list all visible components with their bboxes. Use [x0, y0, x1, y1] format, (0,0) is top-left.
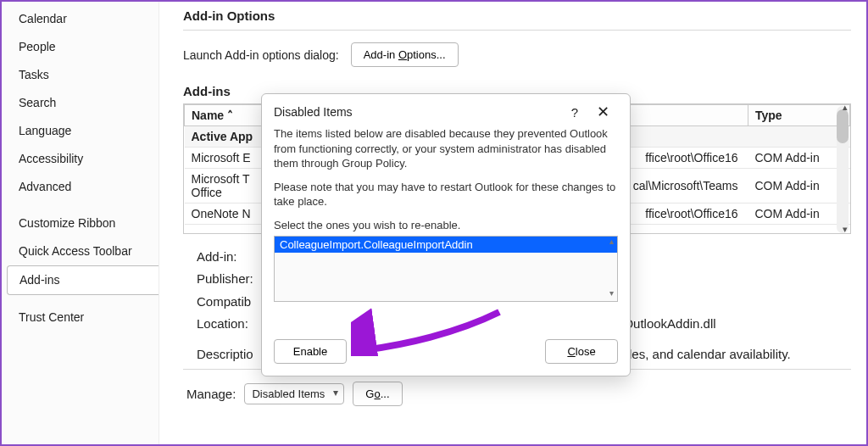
sidebar-item-language[interactable]: Language	[2, 117, 159, 145]
sidebar-item-quick-access-toolbar[interactable]: Quick Access Toolbar	[2, 237, 159, 265]
sidebar: CalendarPeopleTasksSearchLanguageAccessi…	[2, 2, 159, 444]
sidebar-item-add-ins[interactable]: Add-ins	[7, 265, 159, 295]
scrollbar-thumb[interactable]	[837, 109, 849, 143]
page-title: Add-in Options	[183, 8, 851, 23]
location-label: Location:	[197, 316, 248, 331]
disabled-items-dialog: Disabled Items ? ✕ The items listed belo…	[261, 93, 631, 376]
list-scroll-up-icon[interactable]: ▴	[605, 237, 617, 246]
dialog-text-2: Please note that you may have to restart…	[274, 180, 618, 209]
dialog-title: Disabled Items	[274, 105, 562, 119]
sidebar-item-people[interactable]: People	[2, 33, 159, 61]
sidebar-item-calendar[interactable]: Calendar	[2, 5, 159, 33]
list-item[interactable]: ColleagueImport.ColleagueImportAddin	[275, 237, 617, 253]
description-label: Descriptio	[197, 347, 253, 361]
disabled-items-listbox[interactable]: ColleagueImport.ColleagueImportAddin ▴ ▾	[274, 236, 618, 302]
scroll-down-icon[interactable]: ▾	[843, 224, 848, 234]
dialog-text-1: The items listed below are disabled beca…	[274, 126, 618, 171]
go-button[interactable]: Go...	[353, 382, 402, 406]
sidebar-item-customize-ribbon[interactable]: Customize Ribbon	[2, 209, 159, 237]
sidebar-item-trust-center[interactable]: Trust Center	[2, 304, 159, 332]
description-value: rules, and calendar availability.	[618, 347, 791, 361]
help-button[interactable]: ?	[562, 105, 587, 120]
manage-select[interactable]: Disabled Items	[244, 383, 344, 404]
close-icon[interactable]: ✕	[587, 103, 618, 121]
scroll-up-icon[interactable]: ▴	[843, 103, 848, 113]
col-type[interactable]: Type	[748, 105, 850, 126]
add-in-options-button[interactable]: Add-in Options...	[351, 42, 459, 67]
sidebar-item-advanced[interactable]: Advanced	[2, 173, 159, 201]
manage-label: Manage:	[186, 387, 236, 401]
sidebar-item-accessibility[interactable]: Accessibility	[2, 145, 159, 173]
divider	[183, 30, 851, 31]
launch-label: Launch Add-in options dialog:	[183, 48, 339, 62]
dialog-text-3: Select the ones you wish to re-enable.	[274, 218, 618, 233]
sidebar-item-tasks[interactable]: Tasks	[2, 61, 159, 89]
enable-button[interactable]: Enable	[274, 339, 347, 364]
close-button[interactable]: Close	[545, 339, 618, 364]
list-scroll-down-icon[interactable]: ▾	[605, 288, 617, 298]
sidebar-item-search[interactable]: Search	[2, 89, 159, 117]
